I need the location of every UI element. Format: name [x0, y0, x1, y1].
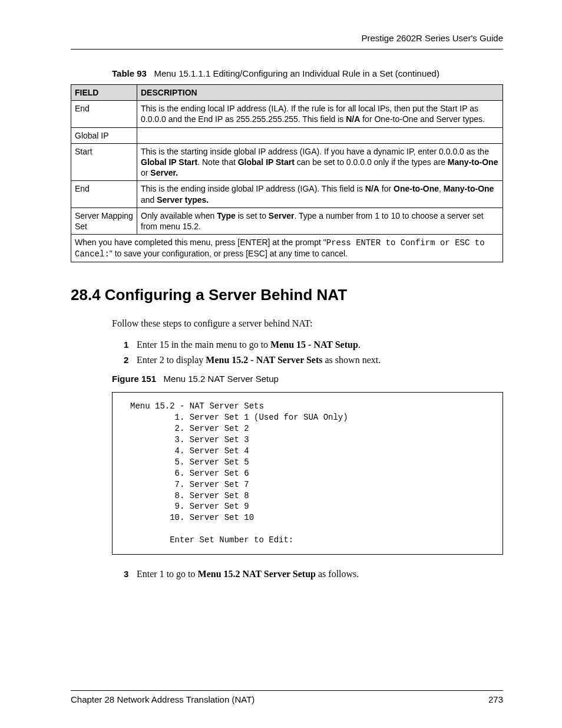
- txt: for One-to-One and Server types.: [360, 114, 485, 124]
- txt-bold: Global IP Start: [238, 157, 295, 167]
- cell-field: Global IP: [71, 127, 137, 143]
- terminal-output: Menu 15.2 - NAT Server Sets 1. Server Se…: [112, 392, 503, 555]
- txt-bold: Menu 15.2 NAT Server Setup: [198, 569, 316, 579]
- txt: and: [141, 195, 157, 205]
- list-item: 3 Enter 1 to go to Menu 15.2 NAT Server …: [124, 569, 503, 579]
- table-row: Global IP: [71, 127, 503, 143]
- table-row: End This is the ending inside global IP …: [71, 181, 503, 207]
- txt: Enter 2 to display: [137, 355, 206, 365]
- table-row: Server Mapping Set Only available when T…: [71, 207, 503, 234]
- step-number: 3: [124, 569, 128, 579]
- cell-desc: Only available when Type is set to Serve…: [137, 207, 503, 234]
- txt-bold: Server: [269, 211, 295, 220]
- section-heading: 28.4 Configuring a Server Behind NAT: [71, 286, 503, 304]
- rule-table: FIELD DESCRIPTION End This is the ending…: [71, 84, 503, 262]
- cell-field: End: [71, 181, 137, 207]
- txt-bold: Menu 15 - NAT Setup: [270, 340, 358, 350]
- txt: Only available when: [141, 211, 217, 220]
- step-number: 1: [124, 340, 128, 350]
- txt-bold: Server.: [150, 168, 178, 177]
- cell-desc: This is the starting inside global IP ad…: [137, 143, 503, 181]
- table-footer-row: When you have completed this menu, press…: [71, 235, 503, 262]
- table-caption-body: Menu 15.1.1.1 Editing/Configuring an Ind…: [154, 68, 439, 78]
- footer-rule: [71, 690, 503, 691]
- list-item: 2 Enter 2 to display Menu 15.2 - NAT Ser…: [124, 355, 503, 365]
- txt-bold: N/A: [365, 184, 379, 193]
- footer-page-number: 273: [488, 694, 503, 704]
- figure-label: Figure 151: [112, 374, 156, 384]
- step-number: 2: [124, 355, 128, 365]
- page-footer: Chapter 28 Network Address Translation (…: [71, 690, 503, 704]
- txt: can be set to 0.0.0.0 only if the types …: [295, 157, 448, 167]
- txt: ,: [439, 184, 444, 193]
- txt: Enter 1 to go to: [137, 569, 198, 579]
- cell-field: End: [71, 101, 137, 127]
- header-guide-title: Prestige 2602R Series User's Guide: [71, 33, 503, 43]
- txt: as shown next.: [323, 355, 381, 365]
- footer-chapter: Chapter 28 Network Address Translation (…: [71, 694, 254, 704]
- cell-desc: [137, 127, 503, 143]
- cell-desc: This is the ending local IP address (ILA…: [137, 101, 503, 127]
- txt: for: [379, 184, 394, 193]
- txt-bold: Global IP Start: [141, 157, 197, 167]
- table-caption-label: Table 93: [112, 68, 147, 78]
- txt-bold: One-to-One: [394, 184, 439, 193]
- table-footer-cell: When you have completed this menu, press…: [71, 235, 503, 262]
- txt: . Note that: [197, 157, 237, 167]
- table-caption: Table 93 Menu 15.1.1.1 Editing/Configuri…: [112, 68, 503, 78]
- txt: or: [141, 168, 150, 177]
- table-header-row: FIELD DESCRIPTION: [71, 85, 503, 101]
- txt: as follows.: [316, 569, 359, 579]
- figure-caption: Figure 151 Menu 15.2 NAT Server Setup: [112, 374, 503, 384]
- txt-bold: N/A: [346, 114, 360, 124]
- cell-field: Start: [71, 143, 137, 181]
- txt: This is the starting inside global IP ad…: [141, 147, 489, 156]
- header-rule: [71, 49, 503, 50]
- txt-bold: Many-to-One: [444, 184, 494, 193]
- txt: This is the ending inside global IP addr…: [141, 184, 365, 193]
- txt: Enter 15 in the main menu to go to: [137, 340, 270, 350]
- steps-list-cont: 3 Enter 1 to go to Menu 15.2 NAT Server …: [124, 569, 503, 579]
- cell-field: Server Mapping Set: [71, 207, 137, 234]
- list-item: 1 Enter 15 in the main menu to go to Men…: [124, 340, 503, 350]
- txt-bold: Type: [217, 211, 236, 220]
- txt-bold: Menu 15.2 - NAT Server Sets: [206, 355, 322, 365]
- txt: When you have completed this menu, press…: [75, 238, 326, 247]
- th-field: FIELD: [71, 85, 137, 101]
- txt: is set to: [236, 211, 269, 220]
- txt-bold: Server types.: [157, 195, 209, 205]
- txt: " to save your configuration, or press […: [110, 249, 348, 258]
- figure-text: Menu 15.2 NAT Server Setup: [164, 374, 279, 384]
- th-description: DESCRIPTION: [137, 85, 503, 101]
- table-row: End This is the ending local IP address …: [71, 101, 503, 127]
- txt-bold: Many-to-One: [448, 157, 498, 167]
- txt: .: [358, 340, 361, 350]
- section-intro: Follow these steps to configure a server…: [112, 318, 503, 329]
- table-row: Start This is the starting inside global…: [71, 143, 503, 181]
- spacer: [158, 374, 163, 384]
- steps-list: 1 Enter 15 in the main menu to go to Men…: [124, 340, 503, 365]
- cell-desc: This is the ending inside global IP addr…: [137, 181, 503, 207]
